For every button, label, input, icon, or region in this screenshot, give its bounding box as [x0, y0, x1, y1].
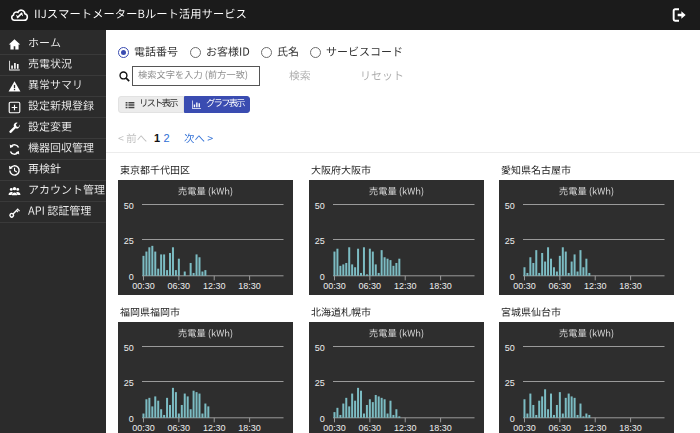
svg-text:00:30: 00:30 — [323, 281, 346, 291]
svg-text:25: 25 — [314, 378, 324, 388]
svg-text:50: 50 — [505, 343, 515, 353]
svg-text:06:30: 06:30 — [358, 281, 381, 291]
svg-text:12:30: 12:30 — [584, 281, 607, 291]
svg-text:25: 25 — [124, 236, 134, 246]
svg-text:06:30: 06:30 — [549, 423, 572, 433]
svg-text:50: 50 — [314, 201, 324, 211]
svg-text:12:30: 12:30 — [203, 423, 226, 433]
svg-text:50: 50 — [505, 201, 515, 211]
svg-text:00:30: 00:30 — [132, 423, 155, 433]
svg-text:06:30: 06:30 — [168, 423, 191, 433]
svg-text:18:30: 18:30 — [429, 423, 452, 433]
svg-text:06:30: 06:30 — [358, 423, 381, 433]
svg-text:25: 25 — [314, 236, 324, 246]
svg-text:18:30: 18:30 — [619, 423, 642, 433]
svg-text:00:30: 00:30 — [323, 423, 346, 433]
svg-text:25: 25 — [505, 236, 515, 246]
svg-text:50: 50 — [314, 343, 324, 353]
svg-text:00:30: 00:30 — [513, 281, 536, 291]
svg-text:25: 25 — [505, 378, 515, 388]
svg-text:12:30: 12:30 — [584, 423, 607, 433]
svg-text:12:30: 12:30 — [393, 281, 416, 291]
svg-text:12:30: 12:30 — [393, 423, 416, 433]
svg-text:06:30: 06:30 — [168, 281, 191, 291]
svg-text:50: 50 — [124, 343, 134, 353]
svg-text:50: 50 — [124, 201, 134, 211]
svg-text:06:30: 06:30 — [549, 281, 572, 291]
svg-text:25: 25 — [124, 378, 134, 388]
svg-text:00:30: 00:30 — [513, 423, 536, 433]
svg-text:12:30: 12:30 — [203, 281, 226, 291]
svg-text:00:30: 00:30 — [132, 281, 155, 291]
svg-text:18:30: 18:30 — [238, 423, 261, 433]
svg-text:18:30: 18:30 — [619, 281, 642, 291]
svg-text:18:30: 18:30 — [238, 281, 261, 291]
svg-text:18:30: 18:30 — [429, 281, 452, 291]
